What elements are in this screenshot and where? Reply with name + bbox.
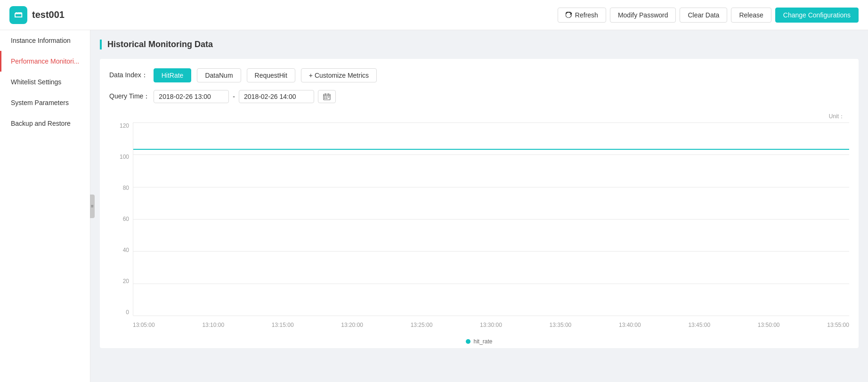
sidebar-item-backup-restore[interactable]: Backup and Restore xyxy=(0,113,90,134)
refresh-icon xyxy=(566,12,572,18)
tab-datanum[interactable]: DataNum xyxy=(197,68,241,82)
x-axis: 13:05:00 13:10:00 13:15:00 13:20:00 13:2… xyxy=(133,316,849,334)
query-time-label: Query Time： xyxy=(109,92,150,101)
svg-rect-7 xyxy=(326,98,327,99)
modify-password-button[interactable]: Modify Password xyxy=(610,8,676,23)
sidebar-item-instance-information[interactable]: Instance Information xyxy=(0,30,90,51)
main-layout: Instance Information Performance Monitor… xyxy=(0,30,868,382)
y-label-100: 100 xyxy=(120,154,129,160)
monitoring-panel: Data Index： HitRate DataNum RequestHit +… xyxy=(100,59,859,348)
x-label-1340: 13:40:00 xyxy=(619,322,641,328)
tab-hitrate[interactable]: HitRate xyxy=(154,68,192,82)
tab-requesthit[interactable]: RequestHit xyxy=(247,68,295,82)
logo-icon: 🗃 xyxy=(9,6,27,24)
main-content: Historical Monitoring Data Data Index： H… xyxy=(90,30,868,382)
chart-inner xyxy=(133,122,849,316)
y-axis: 120 100 80 60 40 20 0 xyxy=(109,122,133,316)
y-label-80: 80 xyxy=(123,185,129,191)
chart-unit-label: Unit： xyxy=(109,113,849,121)
x-label-1310: 13:10:00 xyxy=(202,322,224,328)
sidebar-item-whitelist-settings[interactable]: Whitelist Settings xyxy=(0,72,90,92)
sidebar: Instance Information Performance Monitor… xyxy=(0,30,90,382)
time-separator: - xyxy=(233,93,235,100)
svg-rect-4 xyxy=(326,97,327,98)
svg-rect-6 xyxy=(324,98,325,99)
sidebar-item-performance-monitoring[interactable]: Performance Monitori... xyxy=(0,51,90,72)
chart-svg xyxy=(133,122,849,316)
calendar-icon xyxy=(323,93,331,100)
query-time-row: Query Time： - xyxy=(109,90,849,103)
x-label-1305: 13:05:00 xyxy=(133,322,155,328)
sidebar-collapse-handle[interactable]: ≡ xyxy=(90,195,95,218)
x-label-1345: 13:45:00 xyxy=(688,322,710,328)
query-time-end-input[interactable] xyxy=(239,90,314,103)
app-header: 🗃 test001 Refresh Modify Password Clear … xyxy=(0,0,868,30)
y-label-20: 20 xyxy=(123,278,129,284)
app-logo: 🗃 test001 xyxy=(9,6,65,24)
chart-area: 120 100 80 60 40 20 0 xyxy=(109,122,849,334)
x-label-1325: 13:25:00 xyxy=(411,322,433,328)
svg-rect-3 xyxy=(324,97,325,98)
query-time-start-input[interactable] xyxy=(154,90,229,103)
legend-dot xyxy=(466,339,471,344)
x-label-1350: 13:50:00 xyxy=(758,322,780,328)
x-label-1335: 13:35:00 xyxy=(550,322,572,328)
tab-customize-metrics[interactable]: + Customize Metrics xyxy=(301,68,377,82)
chart-legend: hit_rate xyxy=(109,338,849,345)
data-index-row: Data Index： HitRate DataNum RequestHit +… xyxy=(109,68,849,82)
data-index-label: Data Index： xyxy=(109,71,148,80)
refresh-button[interactable]: Refresh xyxy=(558,8,606,23)
x-label-1330: 13:30:00 xyxy=(480,322,502,328)
section-title: Historical Monitoring Data xyxy=(100,40,859,49)
sidebar-item-system-parameters[interactable]: System Parameters xyxy=(0,92,90,113)
clear-data-button[interactable]: Clear Data xyxy=(680,8,727,23)
header-actions: Refresh Modify Password Clear Data Relea… xyxy=(558,8,859,23)
y-label-60: 60 xyxy=(123,216,129,222)
release-button[interactable]: Release xyxy=(731,8,771,23)
y-label-120: 120 xyxy=(120,122,129,129)
x-label-1355: 13:55:00 xyxy=(827,322,849,328)
x-label-1315: 13:15:00 xyxy=(272,322,294,328)
svg-rect-5 xyxy=(328,97,329,98)
instance-name: test001 xyxy=(32,9,65,20)
legend-label: hit_rate xyxy=(473,338,492,345)
y-label-40: 40 xyxy=(123,247,129,253)
change-configurations-button[interactable]: Change Configurations xyxy=(775,8,859,23)
chart-container: Unit： 120 100 80 60 40 20 0 xyxy=(109,113,849,339)
y-label-0: 0 xyxy=(126,309,129,316)
calendar-button[interactable] xyxy=(318,90,336,103)
x-label-1320: 13:20:00 xyxy=(341,322,363,328)
